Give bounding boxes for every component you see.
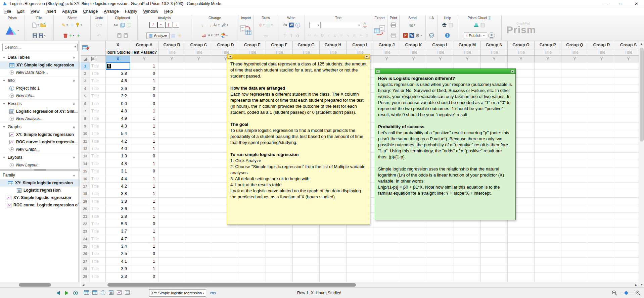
- family-item[interactable]: Logistic regression: [0, 187, 80, 194]
- row-number[interactable]: 8: [81, 115, 90, 122]
- column-title-placeholder[interactable]: Title: [615, 49, 642, 56]
- send-mail-icon[interactable]: ✉▼: [409, 21, 416, 29]
- cell-empty[interactable]: [588, 107, 615, 115]
- sidebar-item[interactable]: New Layout...: [0, 161, 80, 169]
- row-number[interactable]: 18: [81, 190, 90, 198]
- cell-empty[interactable]: [588, 100, 615, 107]
- cell-empty[interactable]: [373, 220, 400, 228]
- scroll-left-icon[interactable]: ◀: [81, 282, 86, 288]
- cell-empty[interactable]: [561, 107, 588, 115]
- row-title-cell[interactable]: Title: [90, 85, 106, 92]
- analyze-interpolate-icon[interactable]: ↓: [173, 22, 179, 28]
- cell-empty[interactable]: [588, 190, 615, 198]
- cell-empty[interactable]: [185, 122, 212, 130]
- cell-empty[interactable]: [561, 258, 588, 265]
- row-title-cell[interactable]: Title: [90, 138, 106, 145]
- cell-empty[interactable]: [185, 138, 212, 145]
- cell-empty[interactable]: [588, 220, 615, 228]
- cell-empty[interactable]: [535, 175, 561, 183]
- cell-empty[interactable]: [454, 265, 481, 273]
- cell-empty[interactable]: [212, 243, 239, 250]
- la-badge-icon[interactable]: LA: [429, 32, 434, 39]
- cell-empty[interactable]: [158, 220, 185, 228]
- cell-empty[interactable]: [320, 250, 347, 258]
- cell-empty[interactable]: [561, 122, 588, 130]
- cell-empty[interactable]: [373, 273, 400, 280]
- cell-empty[interactable]: [185, 153, 212, 160]
- sidebar-item[interactable]: New Info...: [0, 92, 80, 99]
- cell-empty[interactable]: [185, 160, 212, 167]
- row-title-cell[interactable]: Title: [90, 235, 106, 243]
- cell-empty[interactable]: [158, 153, 185, 160]
- cell-empty[interactable]: [239, 243, 266, 250]
- cell-y[interactable]: 1: [130, 115, 158, 122]
- family-more-icon[interactable]: »: [73, 173, 75, 177]
- cell-empty[interactable]: [185, 70, 212, 77]
- cell-empty[interactable]: [588, 198, 615, 205]
- cell-y[interactable]: 1: [130, 122, 158, 130]
- cell-empty[interactable]: [185, 198, 212, 205]
- cell-empty[interactable]: [266, 235, 293, 243]
- cell-empty[interactable]: [158, 183, 185, 190]
- bold-icon[interactable]: B: [320, 32, 325, 39]
- cell-empty[interactable]: [588, 153, 615, 160]
- data-table-sheet-icon[interactable]: [84, 290, 89, 296]
- cell-empty[interactable]: [239, 235, 266, 243]
- italic-icon[interactable]: I: [326, 32, 331, 39]
- cell-empty[interactable]: [561, 153, 588, 160]
- superscript-icon[interactable]: x²: [339, 32, 344, 39]
- cell-empty[interactable]: [293, 265, 320, 273]
- row-title-cell[interactable]: Title: [90, 183, 106, 190]
- cell-empty[interactable]: [212, 265, 239, 273]
- subheader-y[interactable]: Y: [373, 56, 400, 62]
- cell-x[interactable]: 3.8: [106, 70, 130, 77]
- row-number[interactable]: 17: [81, 183, 90, 190]
- help-icon[interactable]: ?: [445, 32, 450, 39]
- analyze-nonlinear-icon[interactable]: ~: [157, 22, 164, 28]
- row-number[interactable]: 4: [81, 85, 90, 92]
- table-corner[interactable]: [81, 41, 106, 56]
- cell-empty[interactable]: [158, 138, 185, 145]
- cell-empty[interactable]: [535, 62, 561, 70]
- exclude-right-icon[interactable]: →: [207, 21, 213, 29]
- cloud-gallery-icon[interactable]: [480, 21, 486, 29]
- font-size-select-icon[interactable]: ▾: [309, 22, 321, 28]
- cell-empty[interactable]: [158, 258, 185, 265]
- cell-x[interactable]: 4.8: [106, 107, 130, 115]
- cell-empty[interactable]: [239, 258, 266, 265]
- row-number[interactable]: 19: [81, 198, 90, 205]
- cell-empty[interactable]: [427, 273, 454, 280]
- cell-empty[interactable]: [561, 265, 588, 273]
- cell-x[interactable]: 5.3: [106, 220, 130, 228]
- cell-empty[interactable]: [588, 250, 615, 258]
- link-sheet-icon[interactable]: [210, 288, 216, 298]
- cell-empty[interactable]: [588, 85, 615, 92]
- nav-record-icon[interactable]: [73, 288, 78, 298]
- cell-empty[interactable]: [158, 175, 185, 183]
- cell-empty[interactable]: [320, 243, 347, 250]
- decrease-font-icon[interactable]: A↓: [313, 32, 319, 39]
- nav-forward-icon[interactable]: [64, 288, 69, 298]
- results-sheet-icon[interactable]: [109, 290, 113, 296]
- cell-empty[interactable]: [454, 220, 481, 228]
- cell-empty[interactable]: [185, 100, 212, 107]
- row-title-cell[interactable]: Title: [90, 190, 106, 198]
- cell-x[interactable]: 4.3: [106, 122, 130, 130]
- cell-empty[interactable]: [212, 235, 239, 243]
- row-title-cell[interactable]: Title: [90, 130, 106, 138]
- cell-x[interactable]: 3.9: [106, 265, 130, 273]
- menu-window[interactable]: Window: [140, 8, 161, 15]
- cell-empty[interactable]: [185, 220, 212, 228]
- cell-empty[interactable]: [347, 273, 373, 280]
- cell-empty[interactable]: [615, 198, 642, 205]
- cell-empty[interactable]: [158, 198, 185, 205]
- cell-empty[interactable]: [158, 130, 185, 138]
- cell-empty[interactable]: [508, 228, 535, 235]
- cell-empty[interactable]: [400, 243, 427, 250]
- cloud-home-icon[interactable]: [473, 21, 479, 29]
- cell-empty[interactable]: [615, 220, 642, 228]
- column-header[interactable]: Group E: [239, 41, 266, 49]
- fill-icon[interactable]: ▼: [221, 21, 229, 29]
- cell-empty[interactable]: [266, 228, 293, 235]
- sidebar-horizontal-scrollbar[interactable]: [0, 282, 80, 287]
